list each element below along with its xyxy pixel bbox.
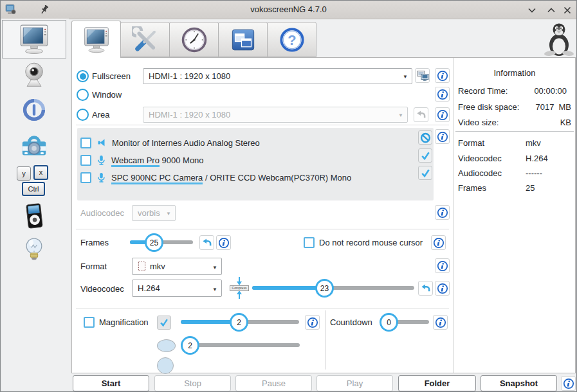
camera-icon — [19, 132, 49, 161]
videocodec-info-button[interactable] — [435, 281, 450, 296]
stat-unit: KB — [560, 118, 571, 127]
sidebar-item-tips[interactable] — [2, 234, 66, 266]
area-screen-combo: HDMI-1 : 1920 x 1080 ▼ — [143, 107, 408, 123]
tab-settings[interactable] — [120, 22, 170, 57]
sidebar-item-player[interactable] — [2, 200, 66, 232]
tab-windows[interactable] — [218, 22, 268, 57]
stop-button: Stop — [154, 375, 231, 391]
help-icon — [279, 26, 306, 53]
magnification-size-slider-handle[interactable]: 2 — [230, 313, 248, 332]
folder-button[interactable]: Folder — [398, 375, 476, 391]
audio-device-status-button[interactable] — [418, 130, 432, 145]
compress-slider-fill — [252, 286, 324, 290]
setting-value: 25 — [526, 183, 535, 193]
sidebar-item-webcam[interactable] — [2, 58, 66, 91]
audio-device-row: Webcam Pro 9000 Mono — [80, 153, 204, 167]
show-screens-button[interactable] — [415, 68, 430, 83]
countdown-slider-handle[interactable]: 0 — [380, 313, 398, 332]
undo-icon — [416, 110, 426, 120]
mouse-cursor-checkbox[interactable] — [304, 237, 315, 248]
tab-timer[interactable] — [169, 22, 219, 57]
audio-device-row: Monitor of Internes Audio Analog Stereo — [80, 136, 260, 150]
window-title: vokoscreenNG 4.7.0 — [1, 4, 576, 14]
combo-arrow-icon: ▼ — [212, 287, 217, 292]
keyboard-keys-icon: y x Ctrl — [12, 165, 57, 197]
sidebar-item-camera[interactable] — [2, 129, 66, 164]
audio-device-checkbox[interactable] — [80, 155, 91, 166]
audio-device-checkbox[interactable] — [80, 172, 91, 183]
compress-label: Compress — [230, 285, 249, 291]
speaker-icon — [96, 138, 107, 148]
frames-label: Frames — [80, 238, 109, 247]
key-ctrl: Ctrl — [22, 182, 45, 196]
compress-icon: Compress — [230, 277, 249, 299]
info-icon — [437, 89, 448, 100]
audio-device-list: Monitor of Internes Audio Analog Stereo … — [77, 128, 434, 200]
videocodec-combo[interactable]: H.264 ▼ — [132, 280, 222, 297]
snapshot-button[interactable]: Snapshot — [481, 375, 557, 391]
frames-slider-handle[interactable]: 25 — [145, 233, 163, 252]
separator — [76, 308, 449, 308]
monitor-icon — [82, 26, 111, 54]
magnification-shape-square-button[interactable] — [157, 316, 171, 330]
combo-arrow-icon: ▼ — [212, 265, 217, 271]
magnification-shape-oval-button[interactable] — [157, 339, 176, 352]
information-title: Information — [453, 68, 576, 78]
videocodec-reset-button[interactable] — [418, 281, 433, 296]
area-radio[interactable] — [77, 109, 89, 121]
info-icon — [433, 237, 444, 249]
combo-arrow-icon: ▼ — [403, 74, 408, 80]
fullscreen-screen-combo[interactable]: HDMI-1 : 1920 x 1080 ▼ — [143, 68, 412, 84]
fullscreen-info-button[interactable] — [435, 68, 450, 83]
audiocodec-info-button[interactable] — [435, 205, 450, 220]
format-combo[interactable]: mkv ▼ — [132, 258, 222, 275]
format-label: Format — [80, 262, 107, 271]
checkmark-icon — [421, 168, 430, 178]
format-info-button[interactable] — [435, 258, 450, 273]
magnification-info-button[interactable] — [305, 315, 320, 330]
setting-label: Audiocodec — [458, 168, 502, 178]
blocked-icon — [420, 132, 431, 143]
audio-device-checkbox[interactable] — [80, 138, 91, 148]
minimize-button[interactable] — [527, 5, 537, 15]
countdown-info-button[interactable] — [433, 315, 448, 330]
window-info-button[interactable] — [435, 87, 450, 102]
sidebar-item-systray[interactable] — [2, 94, 66, 126]
mouse-cursor-info-button[interactable] — [431, 235, 446, 250]
window-radio[interactable] — [77, 89, 89, 101]
tab-screen[interactable] — [71, 21, 121, 58]
frames-reset-button[interactable] — [199, 235, 214, 250]
combo-arrow-icon: ▼ — [398, 112, 403, 118]
combo-arrow-icon: ▼ — [166, 211, 171, 217]
sidebar-item-screen-recorder[interactable] — [2, 20, 66, 58]
window-label: Window — [92, 90, 122, 100]
audiocodec-label: Audiocodec — [80, 208, 124, 218]
videocodec-value: H.264 — [138, 283, 160, 293]
start-button[interactable]: Start — [73, 375, 149, 391]
magnification-checkbox[interactable] — [84, 317, 95, 328]
fullscreen-radio[interactable] — [77, 70, 89, 82]
windows-icon — [230, 27, 256, 53]
lightbulb-icon — [21, 236, 48, 263]
maximize-button[interactable] — [546, 5, 556, 15]
close-button[interactable] — [562, 5, 572, 15]
bottom-info-button[interactable] — [561, 376, 576, 391]
compress-slider-handle[interactable]: 23 — [315, 279, 334, 298]
mouse-cursor-label: Do not record mouse cursor — [319, 238, 423, 247]
tab-help[interactable] — [267, 22, 316, 57]
audio-device-status-button[interactable] — [418, 166, 432, 180]
pause-button: Pause — [235, 375, 312, 391]
setting-value: mkv — [526, 138, 541, 148]
area-screen-value: HDMI-1 : 1920 x 1080 — [149, 110, 230, 120]
setting-value: H.264 — [526, 154, 548, 163]
sidebar-item-shortcuts[interactable]: y x Ctrl — [2, 164, 66, 198]
fullscreen-label: Fullscreen — [92, 71, 131, 81]
magnification-zoom-slider-handle[interactable]: 2 — [181, 336, 199, 355]
audio-info-button[interactable] — [435, 129, 450, 144]
magnification-shape-circle-button[interactable] — [157, 357, 174, 374]
frames-info-button[interactable] — [216, 235, 231, 250]
videocodec-label: Videocodec — [80, 284, 124, 294]
info-stat-row: Free disk space: 7017MB — [458, 102, 571, 112]
audio-device-status-button[interactable] — [418, 148, 432, 163]
area-info-button[interactable] — [435, 107, 450, 122]
